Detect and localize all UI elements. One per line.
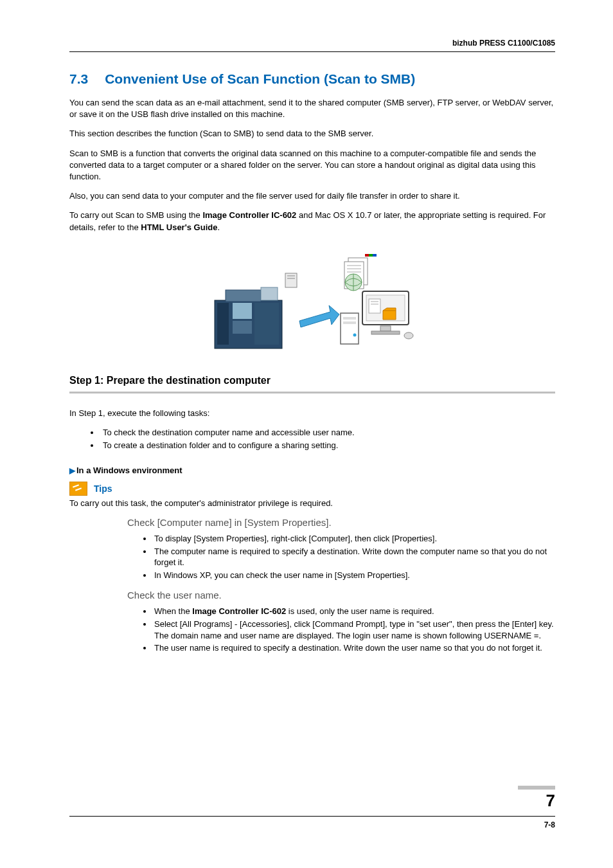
list-item: When the Image Controller IC-602 is used… xyxy=(153,606,555,617)
paragraph-2: This section describes the function (Sca… xyxy=(69,128,555,140)
step-task-list: To check the destination computer name a… xyxy=(69,427,555,451)
triangle-icon: ▶ xyxy=(69,466,75,475)
section-title: Convenient Use of Scan Function (Scan to… xyxy=(105,71,555,87)
step-rule xyxy=(69,392,555,393)
section-heading: 7.3 Convenient Use of Scan Function (Sca… xyxy=(69,71,555,87)
svg-rect-16 xyxy=(365,254,369,257)
section-number: 7.3 xyxy=(69,71,88,87)
svg-rect-18 xyxy=(373,254,377,257)
page-footer: 7 7-8 xyxy=(69,786,555,829)
svg-rect-22 xyxy=(380,326,391,331)
page-header: bizhub PRESS C1100/C1085 xyxy=(69,39,555,52)
list-item: To display [System Properties], right-cl… xyxy=(153,533,555,545)
svg-rect-24 xyxy=(369,299,380,313)
tips-icon xyxy=(69,482,87,496)
tips-label: Tips xyxy=(94,484,112,494)
svg-rect-2 xyxy=(233,303,252,319)
svg-rect-6 xyxy=(261,287,278,300)
svg-rect-7 xyxy=(285,273,297,287)
paragraph-3: Scan to SMB is a function that converts … xyxy=(69,148,555,183)
svg-rect-4 xyxy=(254,303,279,345)
chapter-bar xyxy=(518,786,555,790)
svg-rect-29 xyxy=(343,321,356,324)
svg-rect-23 xyxy=(371,331,400,334)
svg-rect-5 xyxy=(226,290,261,302)
product-name: bizhub PRESS C1100/C1085 xyxy=(452,39,555,48)
illustration xyxy=(69,249,555,358)
list-item: The user name is required to specify a d… xyxy=(153,642,555,654)
paragraph-4: Also, you can send data to your computer… xyxy=(69,190,555,202)
list-item: The computer name is required to specify… xyxy=(153,546,555,568)
list-item: Select [All Programs] - [Accessories], c… xyxy=(153,619,555,641)
check-user-heading: Check the user name. xyxy=(127,590,555,601)
footer-rule: 7-8 xyxy=(69,816,555,829)
check-computer-list: To display [System Properties], right-cl… xyxy=(69,533,555,581)
windows-env-heading: ▶ In a Windows environment xyxy=(69,466,555,475)
list-item: To check the destination computer name a… xyxy=(100,427,555,439)
step-heading: Step 1: Prepare the destination computer xyxy=(69,375,555,386)
check-user-list: When the Image Controller IC-602 is used… xyxy=(69,606,555,653)
list-item: In Windows XP, you can check the user na… xyxy=(153,570,555,581)
svg-rect-17 xyxy=(369,254,373,257)
list-item: To create a destination folder and to co… xyxy=(100,440,555,451)
tips-row: Tips xyxy=(69,482,555,496)
svg-rect-1 xyxy=(217,303,229,345)
svg-point-30 xyxy=(353,333,357,336)
svg-point-31 xyxy=(404,332,413,339)
scan-smb-diagram-icon xyxy=(203,249,422,358)
step-intro: In Step 1, execute the following tasks: xyxy=(69,408,555,419)
svg-marker-10 xyxy=(299,305,339,327)
svg-rect-28 xyxy=(343,317,356,320)
page-number: 7-8 xyxy=(544,820,555,829)
paragraph-5: To carry out Scan to SMB using the Image… xyxy=(69,210,555,233)
tips-text: To carry out this task, the computer's a… xyxy=(69,498,555,508)
paragraph-1: You can send the scan data as an e-mail … xyxy=(69,97,555,120)
chapter-number: 7 xyxy=(69,791,555,811)
svg-rect-3 xyxy=(233,321,252,334)
check-computer-heading: Check [Computer name] in [System Propert… xyxy=(127,517,555,528)
